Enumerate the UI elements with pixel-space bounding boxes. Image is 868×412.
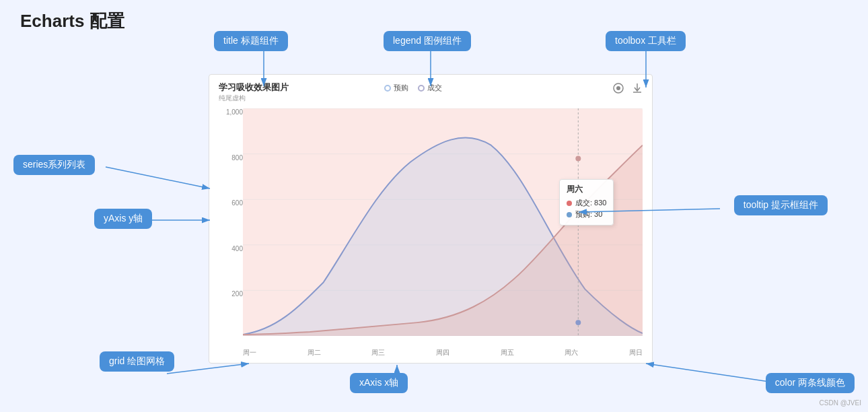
y-label-3: 400 bbox=[231, 245, 243, 252]
legend-dot-chengjiao bbox=[418, 85, 425, 92]
label-color: color 两条线颜色 bbox=[766, 373, 855, 393]
x-label-4: 周五 bbox=[501, 348, 514, 357]
tooltip-row-yugou: 预购: 30 bbox=[567, 209, 606, 219]
x-label-1: 周二 bbox=[308, 348, 321, 357]
x-label-2: 周三 bbox=[371, 348, 385, 357]
label-toolbox-component: toolbox 工具栏 bbox=[606, 31, 686, 51]
legend-label-yugou: 预购 bbox=[394, 83, 408, 93]
svg-point-1 bbox=[616, 86, 620, 90]
label-series-list: series系列列表 bbox=[13, 155, 95, 175]
toolbox-restore-icon[interactable] bbox=[612, 81, 625, 95]
chart-toolbox bbox=[612, 81, 644, 95]
label-legend-component: legend 图例组件 bbox=[384, 31, 471, 51]
y-axis-labels: 1,000 800 600 400 200 bbox=[216, 108, 243, 336]
x-axis-labels: 周一 周二 周三 周四 周五 周六 周日 bbox=[243, 348, 643, 357]
toolbox-download-icon[interactable] bbox=[630, 81, 644, 95]
y-label-1: 800 bbox=[231, 154, 243, 162]
legend-label-chengjiao: 成交 bbox=[427, 83, 442, 93]
x-label-6: 周日 bbox=[629, 348, 643, 357]
tooltip-row-chengjiao: 成交: 830 bbox=[567, 198, 606, 208]
svg-line-18 bbox=[106, 167, 210, 188]
y-label-0: 1,000 bbox=[226, 108, 243, 116]
legend-item-yugou[interactable]: 预购 bbox=[384, 83, 408, 93]
svg-point-11 bbox=[575, 156, 581, 162]
chart-container: 学习吸收效果图片 纯尾虚构 预购 成交 bbox=[209, 74, 653, 364]
watermark: CSDN @JVEI bbox=[820, 399, 861, 407]
label-tooltip: tooltip 提示框组件 bbox=[734, 195, 828, 215]
y-label-4: 200 bbox=[231, 290, 243, 298]
chart-title: 学习吸收效果图片 bbox=[219, 81, 289, 94]
chart-legend: 预购 成交 bbox=[384, 83, 442, 93]
label-xaxis: xAxis x轴 bbox=[350, 373, 408, 393]
x-label-0: 周一 bbox=[243, 348, 256, 357]
svg-line-23 bbox=[646, 364, 774, 382]
label-title-component: title 标题组件 bbox=[214, 31, 288, 51]
label-yaxis: yAxis y轴 bbox=[94, 209, 152, 229]
tooltip-label-chengjiao: 成交: 830 bbox=[575, 198, 606, 208]
svg-point-12 bbox=[575, 320, 581, 325]
legend-dot-yugou bbox=[384, 85, 391, 92]
tooltip-dot-yugou bbox=[567, 212, 572, 217]
x-label-3: 周四 bbox=[436, 348, 449, 357]
tooltip-title: 周六 bbox=[567, 184, 606, 195]
label-grid: grid 绘图网格 bbox=[100, 351, 174, 372]
tooltip-label-yugou: 预购: 30 bbox=[575, 209, 602, 219]
svg-line-22 bbox=[167, 364, 249, 374]
chart-tooltip-popup: 周六 成交: 830 预购: 30 bbox=[559, 179, 614, 226]
y-label-2: 600 bbox=[231, 199, 243, 207]
x-label-5: 周六 bbox=[565, 348, 578, 357]
page-title: Echarts 配置 bbox=[20, 9, 124, 33]
legend-item-chengjiao[interactable]: 成交 bbox=[418, 83, 442, 93]
chart-subtitle: 纯尾虚构 bbox=[219, 94, 246, 103]
tooltip-dot-chengjiao bbox=[567, 201, 572, 206]
